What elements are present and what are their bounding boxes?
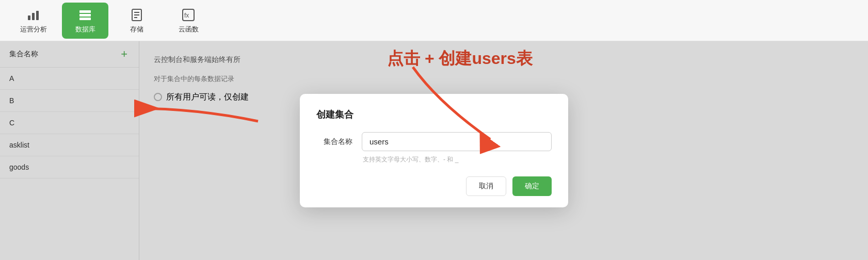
cancel-button[interactable]: 取消 — [466, 176, 506, 196]
svg-rect-5 — [79, 18, 91, 20]
toolbar-storage-label: 存储 — [130, 26, 143, 32]
toolbar-item-database[interactable]: 数据库 — [62, 3, 108, 39]
confirm-button[interactable]: 确定 — [512, 176, 552, 196]
modal-overlay: 创建集合 集合名称 支持英文字母大小写、数字、- 和 _ 取消 确定 — [0, 41, 868, 260]
analytics-icon — [27, 8, 40, 24]
main-area: 集合名称 + A B C asklist goods 云控制台和服务端始终有所 … — [0, 41, 868, 260]
toolbar-item-storage[interactable]: 存储 — [114, 3, 160, 39]
functions-icon: fx — [182, 8, 195, 24]
svg-rect-1 — [32, 13, 35, 20]
svg-rect-3 — [79, 10, 91, 13]
modal-field-row: 集合名称 — [316, 132, 552, 151]
create-collection-modal: 创建集合 集合名称 支持英文字母大小写、数字、- 和 _ 取消 确定 — [300, 94, 568, 207]
svg-rect-0 — [28, 15, 30, 20]
modal-footer: 取消 确定 — [316, 176, 552, 196]
toolbar-item-functions[interactable]: fx 云函数 — [165, 3, 212, 39]
database-icon — [78, 8, 92, 24]
toolbar-item-analytics[interactable]: 运营分析 — [10, 3, 57, 39]
toolbar-analytics-label: 运营分析 — [20, 26, 47, 32]
modal-title: 创建集合 — [316, 108, 552, 121]
toolbar-database-label: 数据库 — [75, 26, 95, 32]
toolbar: 运营分析 数据库 存储 fx 云函数 — [0, 0, 868, 41]
storage-icon — [130, 8, 143, 24]
svg-text:fx: fx — [184, 12, 189, 19]
modal-hint: 支持英文字母大小写、数字、- 和 _ — [363, 155, 552, 164]
collection-name-input[interactable] — [362, 132, 552, 151]
svg-rect-4 — [79, 14, 91, 17]
modal-field-label: 集合名称 — [316, 137, 352, 147]
svg-rect-2 — [36, 11, 39, 20]
toolbar-functions-label: 云函数 — [179, 26, 199, 32]
